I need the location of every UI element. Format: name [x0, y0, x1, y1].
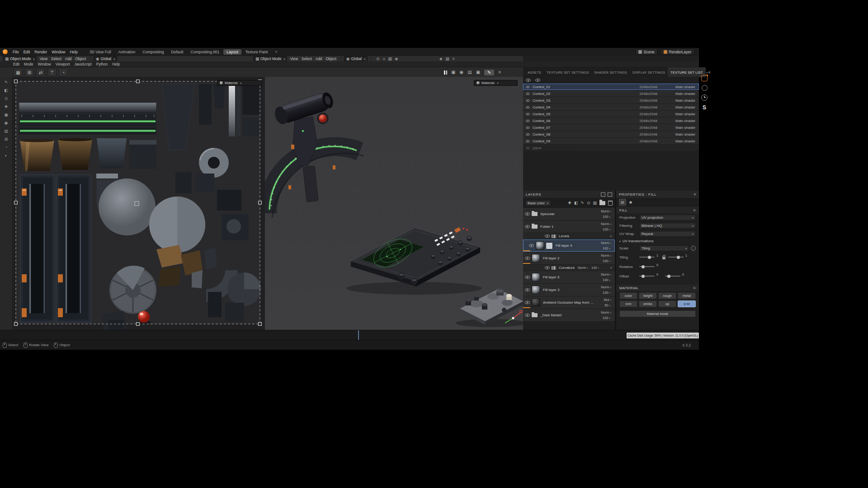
layer-thumbnail[interactable]	[532, 225, 538, 229]
layer-visibility-icon[interactable]	[525, 314, 530, 317]
add-fill-layer-icon[interactable]: ◧	[574, 201, 578, 205]
viewport-menu-item[interactable]: Object	[73, 57, 88, 61]
undock-icon[interactable]	[601, 192, 605, 197]
viewport-menu-item[interactable]: Add	[63, 57, 74, 61]
layer-row[interactable]: Fill layer 2 Norm 100	[523, 252, 615, 265]
texture-shader[interactable]: Main shader	[664, 85, 695, 89]
close-icon[interactable]: ×	[693, 192, 696, 197]
toolbar-tool-icon[interactable]: ⇄	[36, 68, 45, 76]
toolbar-tool-icon[interactable]: ⊤	[47, 68, 57, 76]
side-tool-icon[interactable]: ▣	[4, 113, 8, 117]
capture-tool-icon[interactable]: ▣	[476, 70, 480, 75]
share-icon[interactable]	[701, 75, 708, 81]
scene-selector[interactable]: Scene	[635, 48, 658, 55]
texture-visibility-icon[interactable]	[526, 113, 529, 115]
workspace-tab[interactable]: 3D View Full	[86, 49, 114, 55]
add-mask-icon[interactable]: ⊙	[587, 201, 590, 205]
viewport-menu-item[interactable]: Add	[314, 57, 324, 61]
texture-set-row[interactable]: Control_01 2048x2048 Main shader	[523, 84, 699, 90]
texture-set-row[interactable]: plane	[523, 145, 699, 151]
texture-visibility-icon[interactable]	[526, 140, 529, 142]
layer-visibility-icon[interactable]	[545, 266, 550, 269]
paint-tool-button[interactable]: ✎	[484, 70, 494, 75]
blend-mode-select[interactable]: Norm	[601, 272, 611, 277]
dock-menu-icon[interactable]	[708, 70, 710, 75]
visibility-all-icon[interactable]	[526, 79, 531, 82]
channel-button[interactable]: s lvl	[678, 300, 696, 307]
side-tool-icon[interactable]: ⊞	[5, 137, 8, 141]
texture-set-row[interactable]: Control_02 2048x2048 Main shader	[523, 90, 699, 97]
menu-item[interactable]: Window	[49, 50, 67, 54]
capture-tool-icon[interactable]: ◉	[459, 70, 463, 75]
painter-menu-item[interactable]: Window	[36, 62, 53, 66]
painter-menu-item[interactable]: Help	[110, 62, 122, 66]
add-paint-layer-icon[interactable]: ✚	[568, 201, 571, 205]
texture-set-row[interactable]: Control_04 2048x2048 Main shader	[523, 104, 699, 110]
layer-thumbnail[interactable]	[532, 298, 540, 307]
section-menu-icon[interactable]	[693, 286, 696, 290]
menu-item[interactable]: File	[10, 50, 21, 54]
texture-visibility-icon[interactable]	[526, 133, 529, 135]
delete-layer-icon[interactable]	[608, 201, 613, 206]
workspace-tab[interactable]: Layout	[223, 49, 241, 55]
shading-icon[interactable]: ≡	[453, 57, 455, 61]
texture-set-row[interactable]: Control_05 2048x2048 Main shader	[523, 111, 699, 117]
workspace-tab[interactable]: Compositing	[139, 49, 167, 55]
channel-button[interactable]: height	[639, 292, 657, 299]
texture-set-row[interactable]: Control_06 2048x2048 Main shader	[523, 117, 699, 124]
rotation-value[interactable]: 0	[656, 263, 658, 267]
painter-menu-item[interactable]: Python	[94, 62, 110, 66]
uv-material-select[interactable]: Material	[217, 80, 262, 86]
opacity-value[interactable]: 100	[603, 278, 610, 282]
layer-thumbnail[interactable]	[532, 286, 540, 294]
layer-thumbnail[interactable]	[532, 212, 538, 216]
tool-settings-icon[interactable]: ≡	[498, 70, 501, 75]
layer-thumbnail[interactable]	[536, 241, 553, 250]
opacity-value[interactable]: 100	[603, 246, 610, 250]
texture-shader[interactable]: Main shader	[664, 112, 695, 116]
texture-visibility-icon[interactable]	[526, 92, 529, 94]
toolbar-tool-icon[interactable]: ▦	[14, 68, 23, 76]
texture-shader[interactable]: Main shader	[664, 132, 695, 136]
visibility-solo-icon[interactable]	[535, 79, 540, 82]
workspace-tab[interactable]: Animation	[115, 49, 139, 55]
uv-transformations-toggle[interactable]: UV transformations	[616, 238, 699, 244]
playhead[interactable]	[358, 330, 359, 340]
blend-mode-select[interactable]: Norm	[601, 310, 611, 314]
side-tool-icon[interactable]: ⊙	[5, 97, 8, 101]
header-tool-icon[interactable]: ▤	[388, 57, 392, 61]
blend-mode-select[interactable]: Mul	[604, 298, 611, 302]
opacity-value[interactable]: 100	[603, 259, 610, 263]
tiling-y-slider[interactable]	[668, 257, 684, 258]
tab-fill-properties-icon[interactable]: ▤	[619, 199, 626, 206]
layer-thumbnail[interactable]	[552, 266, 556, 270]
menu-item[interactable]: Edit	[21, 50, 33, 54]
tiling-y-value[interactable]: 1	[685, 254, 687, 257]
layer-row[interactable]: Specular Norm 100	[523, 208, 615, 221]
lock-icon[interactable]	[662, 257, 665, 259]
texture-shader[interactable]: Main shader	[664, 119, 695, 123]
side-tool-icon[interactable]: ◉	[5, 121, 8, 125]
viewport-menu-item[interactable]: Object	[324, 57, 338, 61]
capture-tool-icon[interactable]: ▤	[467, 70, 472, 75]
texture-visibility-icon[interactable]	[526, 119, 529, 122]
viewport-menu-item[interactable]: Select	[300, 57, 314, 61]
info-icon[interactable]	[691, 246, 696, 251]
material-mode-button[interactable]: Material mode	[619, 310, 696, 317]
texture-shader[interactable]: Main shader	[664, 99, 695, 103]
opacity-value[interactable]: 100	[603, 215, 610, 219]
texture-visibility-icon[interactable]	[526, 146, 529, 149]
workspace-tab[interactable]: Default	[168, 49, 187, 55]
layer-visibility-icon[interactable]	[525, 212, 530, 216]
dock-tab[interactable]: TEXTURE SET SETTINGS	[544, 67, 591, 77]
app-logo-icon[interactable]	[3, 49, 8, 54]
offset-y-value[interactable]: 0	[682, 273, 684, 276]
layer-row[interactable]: Ambient Occlusion Map from ... Mul 50	[523, 296, 615, 309]
layer-row[interactable]: Levels ×	[523, 233, 615, 239]
opacity-value[interactable]: 50	[604, 303, 610, 307]
layer-row[interactable]: Folder 1 Norm 100	[523, 221, 615, 233]
blend-mode-select[interactable]: Norm	[601, 241, 611, 245]
header-tool-icon[interactable]: ⊙	[376, 57, 379, 61]
side-tool-icon[interactable]: ◧	[4, 89, 8, 93]
blend-mode-select[interactable]: Norm	[601, 253, 611, 258]
